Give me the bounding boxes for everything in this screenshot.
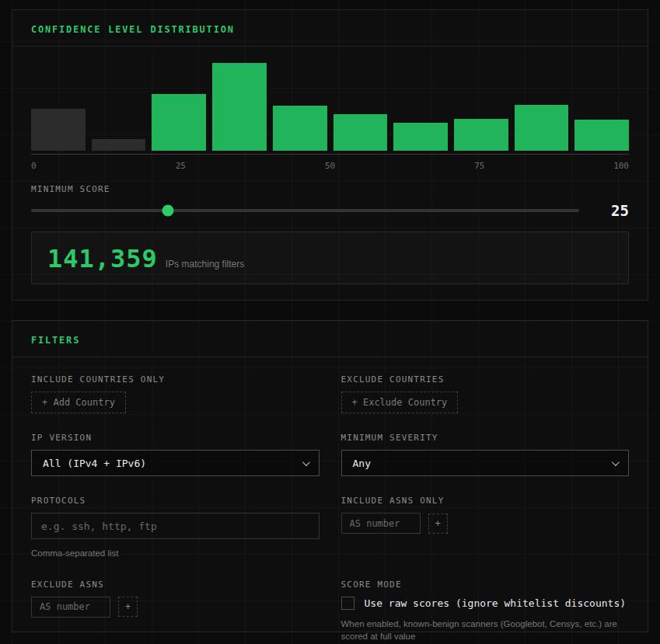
score-mode-label: SCORE MODE: [341, 580, 630, 590]
histogram-bar-60-70: [393, 123, 448, 151]
confidence-distribution-panel: CONFIDENCE LEVEL DISTRIBUTION 0255075100…: [12, 9, 648, 301]
score-mode-hint: When enabled, known-benign scanners (Goo…: [341, 618, 630, 643]
minimum-score-slider[interactable]: [31, 209, 579, 212]
confidence-histogram: [31, 47, 629, 151]
exclude-asns-label: EXCLUDE ASNS: [31, 580, 320, 590]
histogram-bar-30-40: [212, 63, 267, 151]
confidence-panel-header: CONFIDENCE LEVEL DISTRIBUTION: [12, 10, 648, 47]
include-asns-label: INCLUDE ASNS ONLY: [341, 496, 630, 506]
histogram-bar-0-10: [31, 109, 86, 151]
slider-thumb[interactable]: [162, 205, 174, 217]
exclude-country-button[interactable]: + Exclude Country: [341, 392, 459, 413]
minimum-score-section: MINIMUM SCORE 25: [31, 184, 629, 219]
confidence-panel-title: CONFIDENCE LEVEL DISTRIBUTION: [31, 24, 235, 35]
histogram-bar-80-90: [515, 105, 569, 151]
exclude-countries-group: EXCLUDE COUNTRIES + Exclude Country: [341, 374, 630, 413]
filters-panel-header: FILTERS: [12, 321, 648, 357]
exclude-asn-input[interactable]: [31, 597, 110, 618]
chevron-down-icon: [612, 458, 620, 466]
score-mode-group: SCORE MODE Use raw scores (ignore whitel…: [341, 580, 630, 643]
chevron-down-icon: [302, 458, 309, 466]
minimum-severity-selected-value: Any: [353, 458, 371, 469]
protocols-hint: Comma-separated list: [31, 547, 320, 560]
minimum-severity-select[interactable]: Any: [341, 450, 630, 476]
add-include-asn-button[interactable]: +: [428, 513, 448, 534]
add-country-button[interactable]: + Add Country: [31, 392, 126, 413]
protocols-group: PROTOCOLS Comma-separated list: [31, 496, 320, 560]
histogram-bar-90-100: [574, 120, 629, 151]
add-exclude-asn-button[interactable]: +: [118, 597, 138, 617]
include-countries-label: INCLUDE COUNTRIES ONLY: [31, 374, 320, 385]
ip-version-selected-value: All (IPv4 + IPv6): [43, 458, 146, 469]
ip-version-label: IP VERSION: [31, 433, 320, 443]
histogram-bar-50-60: [333, 114, 388, 151]
histogram-bar-40-50: [273, 106, 327, 151]
protocols-input[interactable]: [31, 513, 320, 539]
raw-scores-checkbox[interactable]: [341, 597, 354, 610]
x-axis-tick-labels: 0255075100: [31, 155, 629, 176]
histogram-bar-20-30: [152, 94, 206, 151]
filters-panel-title: FILTERS: [31, 335, 80, 346]
minimum-severity-group: MINIMUM SEVERITY Any: [341, 433, 630, 476]
histogram-bar-70-80: [454, 119, 508, 151]
x-axis-tick-75: 75: [474, 161, 484, 171]
include-countries-group: INCLUDE COUNTRIES ONLY + Add Country: [31, 374, 320, 413]
ip-version-group: IP VERSION All (IPv4 + IPv6): [31, 433, 320, 476]
x-axis-tick-50: 50: [325, 161, 335, 171]
x-axis-tick-100: 100: [613, 161, 629, 171]
histogram-bar-10-20: [92, 139, 146, 151]
x-axis-tick-25: 25: [176, 161, 186, 171]
matching-ips-stat-box: 141,359 IPs matching filters: [31, 231, 629, 284]
ip-version-select[interactable]: All (IPv4 + IPv6): [31, 450, 320, 476]
minimum-score-label: MINIMUM SCORE: [31, 184, 629, 194]
protocols-label: PROTOCOLS: [31, 496, 320, 506]
filters-panel: FILTERS INCLUDE COUNTRIES ONLY + Add Cou…: [12, 320, 648, 632]
exclude-countries-label: EXCLUDE COUNTRIES: [341, 374, 630, 385]
include-asn-input[interactable]: [341, 513, 421, 534]
minimum-score-value: 25: [596, 202, 629, 219]
x-axis-tick-0: 0: [31, 161, 37, 171]
minimum-severity-label: MINIMUM SEVERITY: [341, 433, 630, 443]
matching-ips-caption: IPs matching filters: [166, 259, 244, 270]
matching-ips-count: 141,359: [47, 244, 158, 273]
raw-scores-checkbox-label: Use raw scores (ignore whitelist discoun…: [365, 597, 627, 609]
include-asns-group: INCLUDE ASNS ONLY +: [341, 496, 630, 560]
exclude-asns-group: EXCLUDE ASNS +: [31, 580, 320, 643]
